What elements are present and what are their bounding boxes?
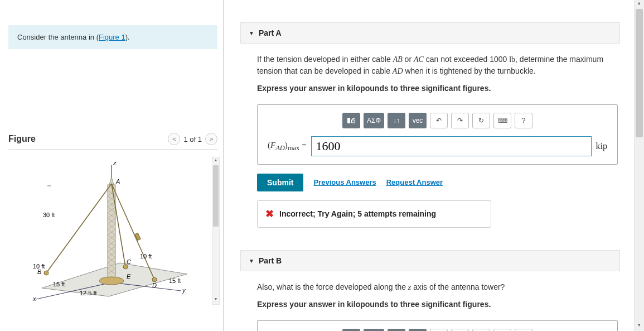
svg-text:30 ft: 30 ft	[43, 212, 55, 218]
part-a-answer-box: ΑΣΦ ↓↑ vec ↶ ↷ ↻ ⌨ ? (FAD)max =	[257, 104, 618, 165]
reset-button[interactable]: ↻	[472, 113, 490, 128]
page-scroll-down[interactable]: ▾	[635, 322, 644, 331]
figure-nav-text: 1 of 1	[183, 135, 202, 143]
figure-scrollbar[interactable]: ▴ ▾	[212, 157, 220, 305]
caret-down-icon: ▼	[249, 258, 254, 264]
request-answer-link[interactable]: Request Answer	[386, 177, 443, 188]
previous-answers-link[interactable]: Previous Answers	[313, 177, 376, 188]
right-column: ▼ Part A If the tension developed in eit…	[224, 0, 634, 331]
svg-text:10 ft: 10 ft	[140, 253, 152, 260]
feedback-box: ✖ Incorrect; Try Again; 5 attempts remai…	[257, 200, 491, 228]
main-viewport: Consider the antenna in (Figure 1). Figu…	[0, 0, 644, 331]
svg-text:15 ft: 15 ft	[169, 277, 181, 284]
svg-point-49	[152, 277, 157, 282]
answer-row: (FAD)max = kip	[258, 136, 617, 156]
figure-prev-button[interactable]: <	[168, 133, 180, 145]
undo-button[interactable]: ↶	[430, 329, 448, 331]
keyboard-button[interactable]: ⌨	[493, 329, 511, 331]
redo-button[interactable]: ↷	[451, 113, 469, 128]
figure-scroll-up[interactable]: ▴	[212, 157, 219, 165]
figure-link[interactable]: Figure 1	[99, 33, 125, 41]
greek-button[interactable]: ΑΣΦ	[364, 113, 384, 128]
svg-text:12.5 ft: 12.5 ft	[80, 290, 97, 296]
vector-button[interactable]: vec	[409, 329, 427, 331]
caret-down-icon: ▼	[249, 30, 254, 36]
figure-heading: Figure	[8, 134, 36, 144]
greek-button[interactable]: ΑΣΦ	[364, 329, 384, 331]
part-b: ▼ Part B Also, what is the force develop…	[240, 250, 620, 331]
part-b-prompt: Also, what is the force developed along …	[257, 281, 618, 293]
templates-button[interactable]	[342, 113, 360, 128]
svg-text:E: E	[127, 273, 131, 280]
figure-scroll-thumb[interactable]	[213, 165, 219, 227]
subscript-button[interactable]: ↓↑	[388, 113, 405, 128]
svg-text:15 ft: 15 ft	[53, 281, 65, 287]
answer-unit: kip	[596, 140, 607, 153]
part-b-body: Also, what is the force developed along …	[240, 271, 620, 331]
reset-button[interactable]: ↻	[472, 329, 490, 331]
feedback-message: Incorrect; Try Again; 5 attempts remaini…	[279, 208, 436, 220]
intro-suffix: ).	[125, 33, 130, 41]
undo-button[interactable]: ↶	[430, 113, 448, 128]
left-column: Consider the antenna in (Figure 1). Figu…	[0, 0, 223, 331]
figure-header: Figure < 1 of 1 >	[8, 133, 217, 150]
svg-rect-61	[352, 120, 355, 123]
answer-toolbar-b: ΑΣΦ ↓↑ vec ↶ ↷ ↻ ⌨ ?	[258, 329, 617, 331]
submit-button[interactable]: Submit	[257, 174, 303, 191]
answer-label: (FAD)max =	[268, 139, 307, 153]
svg-point-38	[99, 277, 124, 285]
vector-button[interactable]: vec	[409, 113, 427, 128]
page-scroll-track[interactable]	[635, 9, 644, 322]
svg-point-42	[44, 271, 49, 275]
incorrect-icon: ✖	[265, 207, 274, 222]
svg-text:z: z	[113, 160, 117, 166]
svg-rect-48	[135, 233, 141, 240]
part-a-prompt: If the tension developed in either cable…	[257, 54, 618, 77]
svg-point-45	[123, 265, 128, 269]
figure-nav: < 1 of 1 >	[168, 133, 217, 145]
svg-text:x: x	[32, 295, 36, 302]
keyboard-button[interactable]: ⌨	[493, 113, 511, 128]
part-b-instruction: Express your answer in kilopounds to thr…	[257, 299, 618, 310]
page-scroll-up[interactable]: ▴	[635, 0, 644, 9]
help-button[interactable]: ?	[515, 329, 532, 331]
intro-box: Consider the antenna in (Figure 1).	[8, 25, 217, 49]
svg-rect-60	[347, 118, 350, 123]
intro-prefix: Consider the antenna in (	[17, 33, 99, 41]
part-b-header[interactable]: ▼ Part B	[240, 250, 620, 271]
page-scroll-thumb[interactable]	[636, 9, 643, 137]
svg-text:D: D	[152, 282, 157, 289]
submit-row: Submit Previous Answers Request Answer	[257, 174, 618, 191]
part-a-header[interactable]: ▼ Part A	[240, 22, 620, 44]
figure-body: z x y	[8, 150, 217, 304]
svg-text:y: y	[182, 287, 186, 294]
templates-button[interactable]	[342, 329, 360, 331]
svg-text:10 ft: 10 ft	[33, 263, 45, 270]
svg-marker-39	[109, 177, 114, 185]
part-a-body: If the tension developed in either cable…	[240, 44, 620, 228]
figure-scroll-down[interactable]: ▾	[212, 296, 219, 304]
svg-line-41	[46, 184, 112, 273]
figure-diagram: z x y	[8, 157, 198, 302]
subscript-button[interactable]: ↓↑	[388, 329, 405, 331]
part-b-answer-box: ΑΣΦ ↓↑ vec ↶ ↷ ↻ ⌨ ?	[257, 320, 618, 331]
part-a: ▼ Part A If the tension developed in eit…	[240, 22, 620, 228]
svg-text:A: A	[115, 178, 120, 185]
part-a-instruction: Express your answer in kilopounds to thr…	[257, 83, 618, 94]
part-b-title: Part B	[259, 256, 282, 265]
page-scrollbar[interactable]: ▴ ▾	[634, 0, 644, 331]
answer-toolbar: ΑΣΦ ↓↑ vec ↶ ↷ ↻ ⌨ ?	[258, 113, 617, 136]
part-a-title: Part A	[259, 28, 282, 37]
help-button[interactable]: ?	[515, 113, 532, 128]
svg-text:C: C	[127, 258, 131, 265]
figure-next-button[interactable]: >	[205, 133, 217, 145]
figure-scroll-track[interactable]	[212, 165, 219, 296]
redo-button[interactable]: ↷	[451, 329, 469, 331]
answer-input[interactable]	[311, 136, 592, 156]
